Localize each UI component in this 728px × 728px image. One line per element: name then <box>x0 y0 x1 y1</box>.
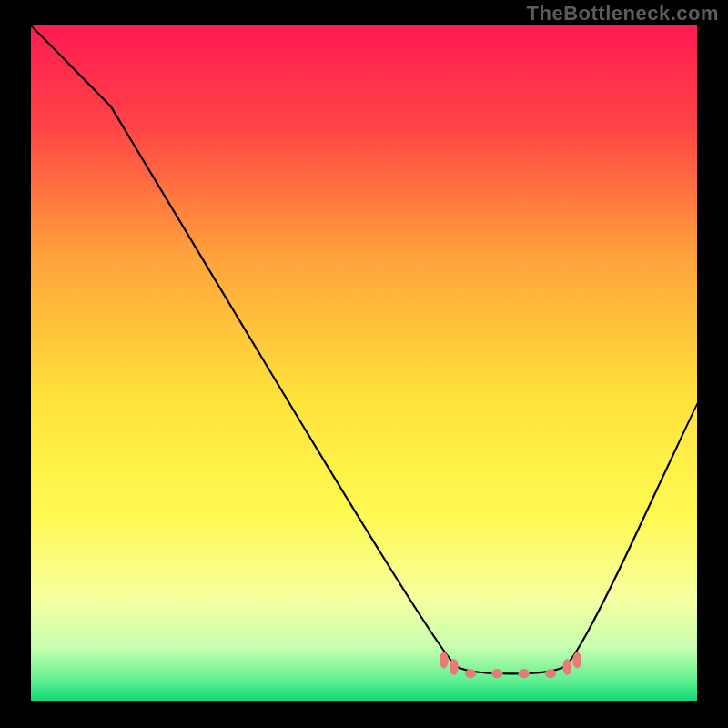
chart-frame: TheBottleneck.com <box>0 0 728 728</box>
optimal-marker <box>450 659 459 675</box>
optimal-marker <box>572 652 581 669</box>
optimal-marker <box>440 652 449 669</box>
bottleneck-plot <box>31 25 697 701</box>
optimal-marker <box>465 669 476 678</box>
optimal-marker <box>519 669 530 678</box>
optimal-marker <box>491 669 502 678</box>
plot-svg <box>31 25 697 701</box>
optimal-marker <box>545 669 556 678</box>
optimal-marker <box>562 659 571 675</box>
plot-background <box>31 25 697 701</box>
watermark-label: TheBottleneck.com <box>527 2 719 25</box>
